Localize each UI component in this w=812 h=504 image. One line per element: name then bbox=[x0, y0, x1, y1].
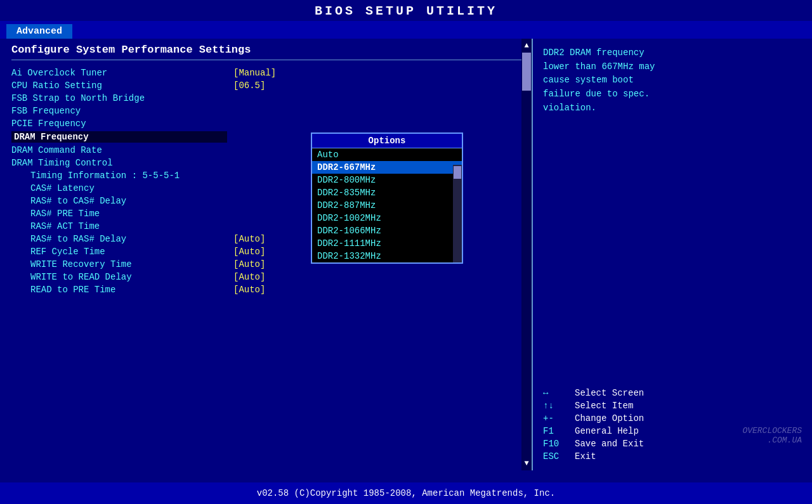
label-dram-cmd-rate: DRAM Command Rate bbox=[11, 145, 227, 155]
label-fsb-freq: FSB Frequency bbox=[11, 106, 227, 116]
menu-item-cpu-ratio[interactable]: CPU Ratio Setting [06.5] bbox=[11, 79, 532, 92]
menu-item-read-pre-time[interactable]: READ to PRE Time [Auto] bbox=[11, 283, 532, 296]
menu-item-write-read-delay[interactable]: WRITE to READ Delay [Auto] bbox=[11, 271, 532, 283]
label-read-pre-time: READ to PRE Time bbox=[11, 285, 227, 295]
key-desc-select-screen: Select Screen bbox=[575, 388, 644, 398]
value-cpu-ratio: [06.5] bbox=[233, 81, 265, 91]
dropdown-scrollbar-thumb bbox=[454, 166, 461, 179]
status-bar: v02.58 (C)Copyright 1985-2008, American … bbox=[0, 482, 812, 504]
label-ras-act-time: RAS# ACT Time bbox=[11, 221, 227, 231]
menu-item-pcie-freq[interactable]: PCIE Frequency bbox=[11, 117, 532, 130]
label-fsb-strap: FSB Strap to North Bridge bbox=[11, 93, 227, 103]
key-desc-save-exit: Save and Exit bbox=[575, 439, 644, 449]
help-text: DDR2 DRAM frequency lower than 667MHz ma… bbox=[543, 46, 802, 115]
key-sym-f10: F10 bbox=[543, 439, 575, 449]
label-cas-latency: CAS# Latency bbox=[11, 183, 227, 193]
label-cpu-ratio: CPU Ratio Setting bbox=[11, 81, 227, 91]
dropdown-item-ddr2-1111[interactable]: DDR2-1111MHz bbox=[312, 237, 462, 250]
value-ai-overclock: [Manual] bbox=[233, 68, 276, 78]
value-ras-ras-delay: [Auto] bbox=[233, 234, 265, 244]
key-desc-general-help: General Help bbox=[575, 426, 639, 436]
label-dram-freq: DRAM Frequency bbox=[11, 131, 227, 143]
section-heading: Configure System Performance Settings bbox=[11, 44, 532, 60]
scrollbar-arrow-down[interactable]: ▼ bbox=[524, 459, 528, 468]
label-ai-overclock: Ai Overclock Tuner bbox=[11, 68, 227, 78]
menu-item-ai-overclock[interactable]: Ai Overclock Tuner [Manual] bbox=[11, 67, 532, 79]
value-write-recovery: [Auto] bbox=[233, 259, 265, 269]
dropdown-item-ddr2-1332[interactable]: DDR2-1332MHz bbox=[312, 250, 462, 262]
label-timing-info: Timing Information : 5-5-5-1 bbox=[11, 171, 227, 181]
tab-bar: Advanced bbox=[0, 22, 812, 39]
value-write-read-delay: [Auto] bbox=[233, 272, 265, 282]
key-row-select-screen: ↔ Select Screen bbox=[543, 388, 802, 398]
label-ras-pre-time: RAS# PRE Time bbox=[11, 209, 227, 219]
key-row-change-option: +- Change Option bbox=[543, 413, 802, 423]
label-pcie-freq: PCIE Frequency bbox=[11, 119, 227, 129]
label-write-recovery: WRITE Recovery Time bbox=[11, 259, 227, 269]
dropdown-title: Options bbox=[312, 134, 462, 148]
key-desc-select-item: Select Item bbox=[575, 401, 633, 411]
watermark-line1: OVERCLOCKERS bbox=[742, 426, 802, 436]
key-desc-exit: Exit bbox=[575, 451, 596, 462]
label-write-read-delay: WRITE to READ Delay bbox=[11, 272, 227, 282]
menu-item-fsb-strap[interactable]: FSB Strap to North Bridge bbox=[11, 92, 532, 105]
scrollbar-arrow-up[interactable]: ▲ bbox=[524, 41, 528, 50]
key-sym-f1: F1 bbox=[543, 426, 575, 436]
value-ref-cycle: [Auto] bbox=[233, 247, 265, 257]
dropdown-item-ddr2-835[interactable]: DDR2-835MHz bbox=[312, 186, 462, 199]
dropdown-item-ddr2-1002[interactable]: DDR2-1002MHz bbox=[312, 212, 462, 224]
menu-item-fsb-freq[interactable]: FSB Frequency bbox=[11, 105, 532, 117]
right-panel: DDR2 DRAM frequency lower than 667MHz ma… bbox=[533, 39, 812, 470]
label-dram-timing: DRAM Timing Control bbox=[11, 158, 227, 168]
watermark: OVERCLOCKERS .COM.UA bbox=[742, 426, 802, 445]
dropdown-item-ddr2-887[interactable]: DDR2-887MHz bbox=[312, 199, 462, 212]
tab-advanced[interactable]: Advanced bbox=[6, 24, 72, 39]
key-sym-arrows: ↔ bbox=[543, 388, 575, 398]
left-panel: Configure System Performance Settings Ai… bbox=[0, 39, 533, 470]
dropdown-item-ddr2-1066[interactable]: DDR2-1066MHz bbox=[312, 224, 462, 237]
key-sym-esc: ESC bbox=[543, 451, 575, 462]
key-row-select-item: ↑↓ Select Item bbox=[543, 401, 802, 411]
label-ras-cas-delay: RAS# to CAS# Delay bbox=[11, 196, 227, 206]
key-sym-updown: ↑↓ bbox=[543, 401, 575, 411]
options-dropdown: Options Auto DDR2-667MHz DDR2-800MHz DDR… bbox=[311, 132, 463, 264]
dropdown-scrollbar[interactable] bbox=[453, 165, 462, 262]
title-bar: BIOS SETUP UTILITY bbox=[0, 0, 812, 22]
label-ref-cycle: REF Cycle Time bbox=[11, 247, 227, 257]
value-read-pre-time: [Auto] bbox=[233, 285, 265, 295]
label-ras-ras-delay: RAS# to RAS# Delay bbox=[11, 234, 227, 244]
bios-title: BIOS SETUP UTILITY bbox=[315, 4, 497, 18]
key-row-esc: ESC Exit bbox=[543, 451, 802, 462]
dropdown-item-ddr2-800[interactable]: DDR2-800MHz bbox=[312, 174, 462, 186]
main-content: Configure System Performance Settings Ai… bbox=[0, 39, 812, 470]
dropdown-item-auto[interactable]: Auto bbox=[312, 148, 462, 161]
left-panel-scrollbar[interactable]: ▲ ▼ bbox=[521, 39, 532, 470]
status-text: v02.58 (C)Copyright 1985-2008, American … bbox=[257, 488, 555, 498]
watermark-line2: .COM.UA bbox=[742, 436, 802, 445]
key-sym-plusminus: +- bbox=[543, 413, 575, 423]
dropdown-item-ddr2-667[interactable]: DDR2-667MHz bbox=[312, 161, 462, 174]
key-desc-change-option: Change Option bbox=[575, 413, 644, 423]
scrollbar-thumb bbox=[522, 53, 531, 91]
